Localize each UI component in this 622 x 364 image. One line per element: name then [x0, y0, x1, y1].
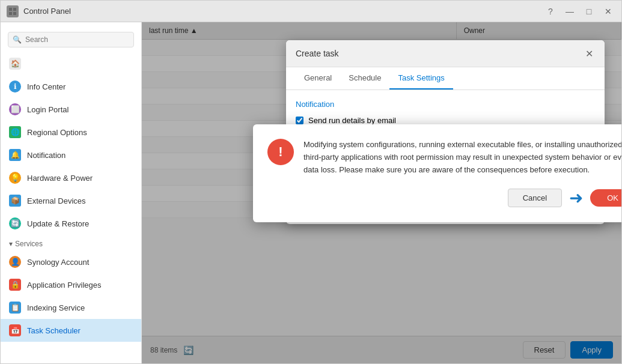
services-section: ▾ Services	[1, 235, 141, 250]
home-icon: 🏠	[9, 58, 21, 70]
svg-rect-3	[13, 12, 16, 15]
info-icon: ℹ	[9, 80, 21, 93]
login-portal-label: Login Portal	[27, 105, 69, 114]
external-label: External Devices	[27, 196, 86, 205]
modal-header: Create task ✕	[286, 40, 605, 67]
modal-title: Create task	[296, 49, 339, 58]
sidebar-item-indexing-service[interactable]: 📋 Indexing Service	[1, 296, 141, 319]
external-icon: 📦	[9, 195, 21, 207]
tab-general[interactable]: General	[296, 67, 340, 89]
warning-icon: !	[267, 139, 294, 165]
sidebar-item-external-devices[interactable]: 📦 External Devices	[1, 189, 141, 212]
indexing-icon: 📋	[9, 302, 21, 314]
main-content: 🔍 🏠 ℹ Info Center ⬜ Login Portal 🌐 Regio…	[1, 22, 621, 363]
titlebar: Control Panel ? — □ ✕	[1, 1, 621, 22]
sidebar-item-synology-account[interactable]: 👤 Synology Account	[1, 250, 141, 273]
arrow-icon: ➜	[569, 188, 583, 208]
update-icon: 🔄	[9, 217, 21, 229]
svg-rect-0	[9, 8, 12, 11]
sidebar-item-hardware-power[interactable]: 💡 Hardware & Power	[1, 166, 141, 189]
synology-label: Synology Account	[27, 258, 89, 267]
warn-cancel-button[interactable]: Cancel	[508, 189, 562, 207]
warn-content: ! Modifying system configurations, runni…	[267, 139, 621, 176]
sidebar-item-home[interactable]: 🏠	[1, 52, 141, 75]
sidebar-item-task-scheduler[interactable]: 📅 Task Scheduler	[1, 319, 141, 342]
tab-schedule[interactable]: Schedule	[340, 67, 389, 89]
regional-options-label: Regional Options	[27, 128, 87, 137]
warn-footer: Cancel ➜ OK	[267, 188, 621, 208]
minimize-button[interactable]: —	[563, 4, 577, 19]
sidebar-item-info-center[interactable]: ℹ Info Center	[1, 75, 141, 98]
search-icon: 🔍	[13, 35, 22, 44]
sidebar-item-notification[interactable]: 🔔 Notification	[1, 144, 141, 166]
modal-close-button[interactable]: ✕	[583, 47, 595, 59]
sidebar-item-update-restore[interactable]: 🔄 Update & Restore	[1, 212, 141, 235]
warning-text: Modifying system configurations, running…	[303, 139, 621, 176]
apppriv-label: Application Privileges	[27, 281, 102, 290]
hardware-label: Hardware & Power	[27, 174, 93, 183]
indexing-label: Indexing Service	[27, 303, 85, 312]
login-icon: ⬜	[9, 103, 21, 115]
apppriv-icon: 🔒	[9, 279, 21, 291]
app-icon	[7, 5, 19, 17]
sidebar-item-application-privileges[interactable]: 🔒 Application Privileges	[1, 273, 141, 296]
close-button[interactable]: ✕	[601, 4, 615, 19]
svg-rect-1	[13, 8, 16, 11]
tab-task-settings[interactable]: Task Settings	[389, 67, 453, 89]
send-email-checkbox[interactable]	[296, 117, 303, 124]
regional-icon: 🌐	[9, 126, 21, 138]
send-email-label: Send run details by email	[308, 116, 396, 125]
sidebar: 🔍 🏠 ℹ Info Center ⬜ Login Portal 🌐 Regio…	[1, 22, 142, 363]
send-email-row: Send run details by email	[296, 116, 595, 125]
notification-icon: 🔔	[9, 149, 21, 161]
info-center-label: Info Center	[27, 82, 66, 91]
search-container: 🔍	[8, 32, 134, 47]
help-button[interactable]: ?	[543, 4, 558, 19]
synology-icon: 👤	[9, 256, 21, 268]
modal-tabs: General Schedule Task Settings	[286, 67, 605, 90]
warn-ok-button[interactable]: OK	[590, 189, 621, 207]
update-label: Update & Restore	[27, 219, 89, 228]
sidebar-item-login-portal[interactable]: ⬜ Login Portal	[1, 98, 141, 121]
control-panel-window: Control Panel ? — □ ✕ 🔍 🏠 ℹ Info Center …	[0, 0, 622, 364]
notification-section-title: Notification	[296, 100, 595, 109]
right-panel: last run time ▲ Owner root root root	[142, 22, 621, 363]
task-icon: 📅	[9, 324, 21, 336]
services-label: Services	[15, 240, 43, 248]
task-label: Task Scheduler	[27, 326, 81, 335]
hardware-icon: 💡	[9, 172, 21, 184]
window-controls: ? — □ ✕	[543, 4, 615, 19]
maximize-button[interactable]: □	[582, 4, 596, 19]
warning-dialog: ! Modifying system configurations, runni…	[253, 124, 621, 222]
search-input[interactable]	[8, 32, 134, 47]
collapse-icon: ▾	[9, 240, 13, 248]
window-title: Control Panel	[23, 7, 543, 16]
svg-rect-2	[9, 12, 12, 15]
sidebar-item-regional-options[interactable]: 🌐 Regional Options	[1, 121, 141, 144]
notification-label: Notification	[27, 151, 66, 160]
